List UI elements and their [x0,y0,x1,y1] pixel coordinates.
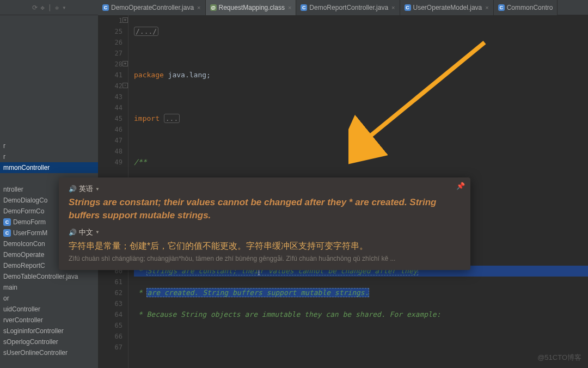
tab-label: RequestMapping.class [219,4,285,11]
editor-tabs: C DemoOperateController.java × @ Request… [98,0,588,15]
tab-request-mapping[interactable]: @ RequestMapping.class × [206,0,297,15]
annotation-icon: @ [210,4,217,11]
pin-icon[interactable]: 📌 [456,182,465,190]
source-text: Strings are constant; their values canno… [69,196,461,222]
speaker-icon[interactable]: 🔊 [69,185,77,193]
tab-label: CommonContro [507,4,553,11]
fold-icon[interactable]: + [122,17,128,23]
tree-item[interactable]: rverController [0,315,98,326]
tab-common-contro[interactable]: C CommonContro [494,0,558,15]
topbar: ⟳ ✥ | ✲ ▾ C DemoOperateController.java ×… [0,0,588,15]
tab-label: DemoReportController.java [309,4,388,11]
target-text: 字符串是常量；创建*后，它们的值不能更改。字符串缓冲区支持可变字符串。 [69,240,461,253]
class-icon: C [3,218,11,226]
tree-item[interactable]: sOperlogController [0,336,98,347]
class-icon: C [3,229,11,237]
tab-demo-operate[interactable]: C DemoOperateController.java × [98,0,206,15]
target-icon[interactable]: ✥ [41,4,45,11]
tab-label: DemoOperateController.java [111,4,194,11]
translate-popup[interactable]: 📌 🔊 英语 ▼ Strings are constant; their val… [59,177,470,270]
tree-item[interactable]: or [0,293,98,304]
folded-block[interactable]: /.../ [134,27,158,36]
divider-icon: | [48,4,52,11]
class-icon: C [498,4,505,11]
folded-block[interactable]: ... [164,114,180,123]
tree-item[interactable]: sUserOnlineController [0,347,98,358]
close-icon[interactable]: × [197,4,200,11]
watermark: @51CTO博客 [537,353,581,363]
fold-icon[interactable]: + [122,61,128,66]
target-lang: 中文 [79,228,93,237]
sync-icon[interactable]: ⟳ [32,4,38,11]
tab-label: UserOperateModel.java [413,4,482,11]
chevron-down-icon[interactable]: ▼ [95,187,100,192]
close-icon[interactable]: × [288,4,291,11]
toolbar-icons: ⟳ ✥ | ✲ ▾ [0,4,98,11]
class-icon: C [405,4,411,11]
speaker-icon[interactable]: 🔊 [69,229,77,236]
close-icon[interactable]: × [391,4,395,11]
pinyin-text: Zìfú chuàn shì chángliàng; chuàngjiàn*hò… [69,255,461,262]
tree-item[interactable]: sLogininforController [0,326,98,336]
target-lang-row[interactable]: 🔊 中文 ▼ [69,228,461,237]
fold-icon[interactable]: - [122,83,128,88]
class-icon: C [301,4,307,11]
source-lang: 英语 [79,184,93,194]
tree-item[interactable]: r [0,140,98,151]
tree-item[interactable]: DemoTableController.java [0,271,98,282]
tree-item[interactable]: r [0,151,98,162]
tree-item[interactable]: main [0,282,98,293]
tree-item[interactable]: uidController [0,304,98,315]
tab-demo-report[interactable]: C DemoReportController.java × [296,0,400,15]
class-icon: C [102,4,109,11]
gear-icon[interactable]: ✲ [55,4,59,11]
source-lang-row[interactable]: 🔊 英语 ▼ [69,184,461,194]
tab-user-operate[interactable]: C UserOperateModel.java × [400,0,494,15]
tree-item-selected[interactable]: mmonController [0,162,98,173]
close-icon[interactable]: × [485,4,488,11]
chevron-down-icon[interactable]: ▾ [62,4,66,11]
chevron-down-icon[interactable]: ▼ [95,230,100,235]
